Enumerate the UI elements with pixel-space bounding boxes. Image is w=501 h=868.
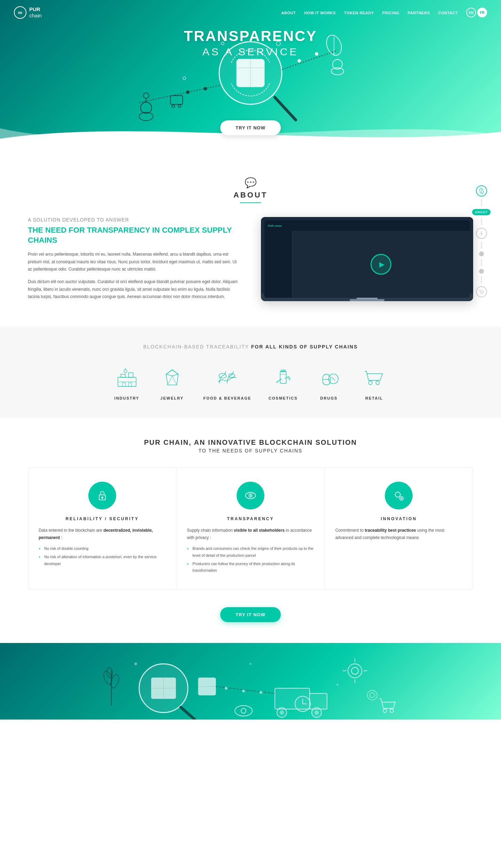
about-subtitle-top: A SOLUTION DEVELOPED TO ANSWER	[28, 217, 240, 223]
supply-label-cosmetics: COSMETICS	[269, 396, 297, 400]
solution-title: PUR CHAIN, AN INNOVATIVE BLOCKCHAIN SOLU…	[28, 439, 473, 447]
svg-point-13	[186, 90, 190, 94]
svg-point-99	[390, 709, 393, 713]
svg-rect-30	[121, 374, 125, 377]
svg-point-54	[376, 381, 380, 385]
hero-cta-button[interactable]: TRY IT NOW	[220, 120, 281, 135]
about-video: PUR chain	[261, 217, 473, 301]
nav-pricing[interactable]: PRICING	[382, 11, 399, 15]
hero-title-line2: AS A SERVICE	[184, 46, 317, 58]
about-text: A SOLUTION DEVELOPED TO ANSWER THE NEED …	[28, 217, 240, 306]
svg-point-53	[369, 381, 373, 385]
transparency-bullets: Brands and consumers can check the origi…	[187, 545, 314, 574]
logo-icon: ∞	[14, 6, 26, 19]
dot-connector2	[481, 218, 482, 225]
svg-point-8	[143, 93, 149, 98]
innovation-desc-bold: traceability best practices	[365, 528, 416, 533]
supply-icons: INDUSTRY JEWELRY	[28, 363, 473, 400]
transparency-desc-bold: visible to all stakeholders	[234, 528, 285, 533]
about-para1: Proin vel arcu pellentesque, lobortis mi…	[28, 251, 240, 273]
industry-icon	[113, 363, 141, 391]
innovation-icon-circle	[385, 482, 413, 509]
supply-item-drugs: DRUGS	[315, 363, 343, 400]
svg-line-52	[332, 377, 335, 381]
nav-how-it-works[interactable]: HOW IT WORKS	[304, 11, 336, 15]
svg-point-61	[395, 492, 400, 497]
reliability-icon-circle	[88, 482, 116, 509]
svg-point-101	[225, 687, 228, 690]
transparency-bullet-1: Brands and consumers can check the origi…	[187, 545, 314, 559]
dot-connector5	[481, 276, 482, 283]
solution-card-innovation: INNOVATION Commitment to traceability be…	[325, 468, 473, 589]
svg-line-39	[167, 376, 172, 385]
jewelry-icon	[158, 363, 186, 391]
solution-card-reliability: RELIABILITY / SECURITY Data entered in t…	[28, 468, 176, 589]
nav-about[interactable]: ABOUT	[281, 11, 296, 15]
svg-point-35	[124, 370, 127, 373]
dot-connector3	[481, 242, 482, 249]
logo-text: PURchain	[29, 6, 42, 19]
play-button[interactable]	[371, 254, 391, 275]
innovation-desc-intro: Commitment to	[335, 528, 365, 533]
bottom-illustration	[94, 643, 407, 720]
nav-partners[interactable]: PARTNERS	[408, 11, 430, 15]
svg-point-6	[141, 102, 152, 113]
retail-icon	[360, 363, 388, 391]
nav-token-ready[interactable]: TOKEN READY	[344, 11, 374, 15]
svg-point-42	[229, 373, 235, 378]
transparency-card-title: TRANSPARENCY	[187, 516, 314, 521]
nav-links: ABOUT HOW IT WORKS TOKEN READY PRICING P…	[281, 9, 458, 16]
video-base	[350, 299, 384, 301]
dot-small1	[479, 251, 484, 256]
supply-item-jewelry: JEWELRY	[158, 363, 186, 400]
svg-point-91	[367, 690, 377, 700]
svg-point-82	[280, 710, 284, 715]
svg-point-84	[315, 710, 319, 715]
dot-about-label: ABOUT	[472, 209, 491, 215]
hero-title: TRANSPARENCY AS A SERVICE	[184, 28, 317, 58]
supply-label-industry: INDUSTRY	[114, 396, 140, 400]
hero-cta-wrap: TRY IT NOW	[220, 120, 281, 135]
about-section-title: ABOUT	[28, 191, 473, 200]
lang-fr[interactable]: FR	[477, 8, 487, 17]
svg-point-86	[351, 667, 358, 674]
transparency-card-desc: Supply chain information visible to all …	[187, 527, 314, 574]
svg-point-28	[482, 293, 483, 294]
about-title-wrap: 💬 ABOUT	[28, 177, 473, 203]
solution-card-transparency: TRANSPARENCY Supply chain information vi…	[176, 468, 325, 589]
hero-title-line1: TRANSPARENCY	[184, 28, 317, 45]
solution-cta-button[interactable]: TRY IT NOW	[220, 607, 281, 622]
dot-leaf	[476, 185, 487, 196]
cosmetics-icon	[269, 363, 297, 391]
supply-title: BLOCKCHAIN-BASED TRACEABILITY FOR ALL KI…	[28, 344, 473, 349]
lang-en[interactable]: EN	[466, 8, 476, 17]
transparency-bullet-2: Producers can follow the journey of thei…	[187, 561, 314, 574]
svg-point-12	[178, 105, 181, 107]
solution-cta-wrap: TRY IT NOW	[28, 607, 473, 622]
supply-title-bold: FOR ALL KINDS OF SUPPLY CHAINS	[251, 344, 358, 349]
solution-subtitle: TO THE NEEDS OF SUPPLY CHAINS	[28, 448, 473, 453]
svg-point-105	[249, 663, 252, 665]
reliability-bullets: No risk of double counting No risk of al…	[39, 545, 166, 567]
svg-point-85	[348, 664, 362, 678]
solution-section: PUR CHAIN, AN INNOVATIVE BLOCKCHAIN SOLU…	[0, 418, 501, 643]
svg-line-40	[172, 376, 177, 385]
svg-point-27	[480, 293, 481, 294]
supply-item-cosmetics: COSMETICS	[269, 363, 297, 400]
dot-connector	[481, 199, 482, 206]
dot-small2	[479, 269, 484, 274]
solution-cards: RELIABILITY / SECURITY Data entered in t…	[28, 467, 473, 590]
svg-rect-34	[128, 383, 132, 387]
svg-point-14	[204, 87, 207, 90]
svg-rect-80	[310, 693, 327, 709]
svg-rect-2	[237, 59, 264, 87]
nav-contact[interactable]: CONTACT	[438, 11, 458, 15]
svg-rect-10	[170, 96, 183, 104]
svg-point-92	[370, 693, 375, 698]
logo[interactable]: ∞ PURchain	[14, 6, 42, 19]
svg-point-98	[383, 709, 387, 713]
transparency-icon-circle	[237, 482, 264, 509]
reliability-desc-end: :	[60, 535, 62, 540]
svg-point-104	[134, 662, 137, 665]
svg-point-102	[242, 690, 245, 692]
